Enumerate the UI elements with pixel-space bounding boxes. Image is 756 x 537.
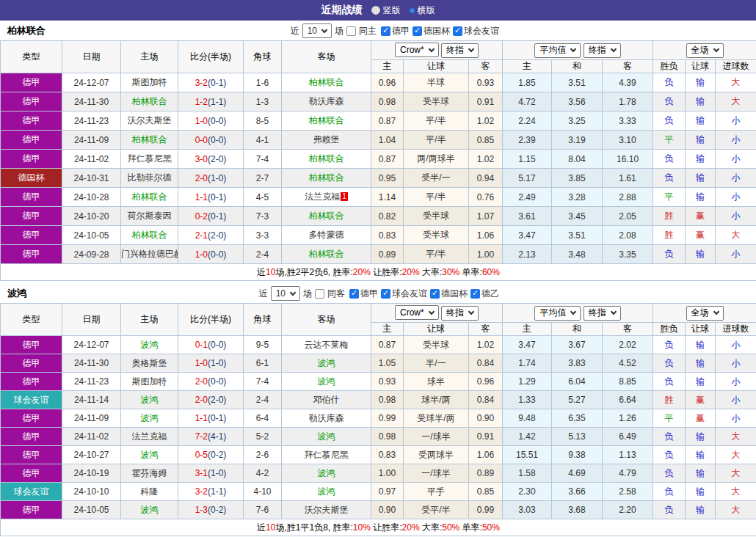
corner-cell: 4-1	[244, 131, 282, 150]
avg-away-cell: 2.02	[603, 336, 653, 354]
result-goals-cell: 小	[716, 207, 756, 226]
result-wl-cell: 负	[653, 245, 686, 264]
summary-segment: 10	[266, 267, 275, 277]
full-match-group: 全场	[653, 304, 756, 323]
same-home-checkbox[interactable]	[346, 26, 356, 36]
result-wl-cell: 负	[653, 464, 686, 483]
away-team-name: 波鸿	[318, 468, 335, 478]
home-team-cell: 柏林联合	[121, 131, 178, 150]
result-goals-cell: 小	[716, 336, 756, 354]
avg-home-cell: 2.24	[503, 112, 552, 131]
full-time-score: 1-1	[195, 413, 208, 423]
home-team-name: 波鸿	[141, 340, 159, 350]
result-goals-cell: 小	[716, 131, 756, 150]
handicap-cell: 受球半/两	[404, 409, 469, 428]
crow-source-select[interactable]: Crow*	[395, 305, 439, 320]
average-final-select[interactable]: 终指	[584, 306, 621, 321]
avg-draw-cell: 3.56	[552, 92, 603, 112]
league-checkbox[interactable]	[453, 26, 462, 36]
home-team-cell: 科隆	[121, 483, 178, 501]
result-goals-cell: 大	[716, 92, 756, 112]
result-handicap-cell: 输	[686, 336, 716, 354]
away-team-cell: 柏林联合	[282, 207, 371, 226]
handicap-cell: 平手	[404, 483, 469, 501]
full-match-select[interactable]: 全场	[686, 43, 724, 58]
chevron-down-icon	[428, 309, 434, 315]
away-team-cell: 波鸿	[282, 464, 371, 483]
corner-cell: 7-4	[244, 150, 282, 169]
avg-away-cell: 1.61	[603, 169, 653, 188]
home-team-name: 科隆	[141, 486, 159, 497]
match-type-cell: 德甲	[1, 207, 62, 226]
average-select[interactable]: 平均值	[534, 43, 581, 58]
same-away-checkbox[interactable]	[315, 289, 324, 299]
summary-segment: 大率:	[420, 267, 443, 277]
result-wl-cell: 胜	[653, 226, 686, 245]
recent-count-select[interactable]: 10	[302, 23, 332, 38]
league-checkbox-group: 德甲德国杯球会友谊	[381, 25, 501, 37]
league-checkbox[interactable]	[470, 289, 480, 299]
match-row: 德甲24-11-02拜仁慕尼黑3-0(2-0)7-4柏林联合0.87两/两球半1…	[1, 150, 756, 169]
col-header-odds-away: 客	[469, 323, 503, 336]
full-time-score: 3-1	[195, 468, 208, 478]
avg-draw-cell: 3.83	[552, 354, 603, 373]
average-select[interactable]: 平均值	[534, 306, 581, 321]
summary-segment: 20%	[402, 267, 420, 277]
odds-home-cell: 0.87	[371, 150, 404, 169]
layout-radio-vertical[interactable]: 竖版	[371, 4, 401, 17]
league-checkbox[interactable]	[381, 26, 390, 36]
match-row: 德甲24-11-09柏林联合0-0(0-0)4-1弗赖堡1.04平/半0.852…	[1, 131, 756, 150]
odds-home-cell: 0.98	[371, 391, 404, 409]
league-checkbox-label: 球会友谊	[392, 288, 427, 300]
full-time-score: 1-0	[195, 249, 208, 260]
avg-draw-cell: 3.25	[552, 112, 603, 131]
section-bar-team1: 柏林联合 近 10 场 同主 德甲德国杯球会友谊	[0, 21, 756, 40]
match-row: 球会友谊24-10-10科隆3-2(1-1)4-10波鸿0.97平手0.852.…	[1, 483, 756, 501]
average-final-select[interactable]: 终指	[584, 43, 621, 58]
full-time-score: 1-1	[195, 192, 208, 202]
half-time-score: (1-0)	[208, 358, 226, 368]
full-time-score: 2-1	[195, 230, 208, 241]
odds-away-cell: 1.07	[469, 207, 503, 226]
home-team-name: 斯图加特	[132, 376, 167, 387]
away-team-name: 法兰克福	[305, 191, 340, 202]
recent-count-select[interactable]: 10	[271, 286, 300, 301]
corner-cell: 1-6	[244, 73, 282, 92]
league-checkbox[interactable]	[349, 289, 359, 299]
result-handicap-cell: 输	[686, 131, 716, 150]
league-checkbox[interactable]	[430, 289, 440, 299]
odds-home-cell: 0.83	[371, 446, 404, 464]
score-cell: 0-0(0-0)	[178, 131, 244, 150]
crow-source-select[interactable]: Crow*	[395, 43, 439, 57]
avg-draw-cell: 3.68	[552, 501, 603, 519]
full-match-select[interactable]: 全场	[686, 306, 724, 321]
odds-home-cell: 0.96	[371, 73, 404, 92]
avg-home-cell: 2.49	[503, 188, 552, 207]
home-team-name: 奥格斯堡	[132, 358, 167, 368]
away-team-cell: 柏林联合	[282, 169, 371, 188]
avg-away-cell: 3.10	[603, 131, 653, 150]
corner-cell: 8-5	[244, 112, 282, 131]
corner-cell: 4-10	[244, 483, 282, 501]
match-date-cell: 24-10-05	[62, 226, 121, 245]
home-team-cell: 奥格斯堡	[121, 354, 178, 373]
result-handicap-cell: 赢	[686, 391, 716, 409]
final-index-select[interactable]: 终指	[441, 306, 479, 321]
match-type-cell: 球会友谊	[1, 391, 62, 409]
home-team-name: 波鸿	[141, 413, 159, 423]
odds-away-cell: 0.90	[469, 409, 503, 428]
corner-cell: 5-2	[244, 428, 282, 446]
layout-radio-horizontal[interactable]: 横版	[410, 4, 435, 17]
away-team-name: 波鸿	[318, 358, 335, 368]
final-index-select[interactable]: 终指	[441, 43, 479, 58]
avg-away-cell: 2.58	[603, 483, 653, 501]
crow-source-value: Crow*	[400, 45, 424, 55]
league-checkbox[interactable]	[412, 26, 422, 36]
corner-cell: 6-4	[244, 409, 282, 428]
score-cell: 2-0(2-0)	[178, 391, 244, 409]
away-team-cell: 沃尔夫斯堡	[282, 501, 371, 519]
summary-segment: 场,胜2平2负6, 胜率:	[275, 267, 352, 277]
avg-draw-cell: 4.69	[552, 464, 603, 483]
avg-home-cell: 1.74	[503, 354, 552, 373]
league-checkbox[interactable]	[381, 289, 390, 299]
